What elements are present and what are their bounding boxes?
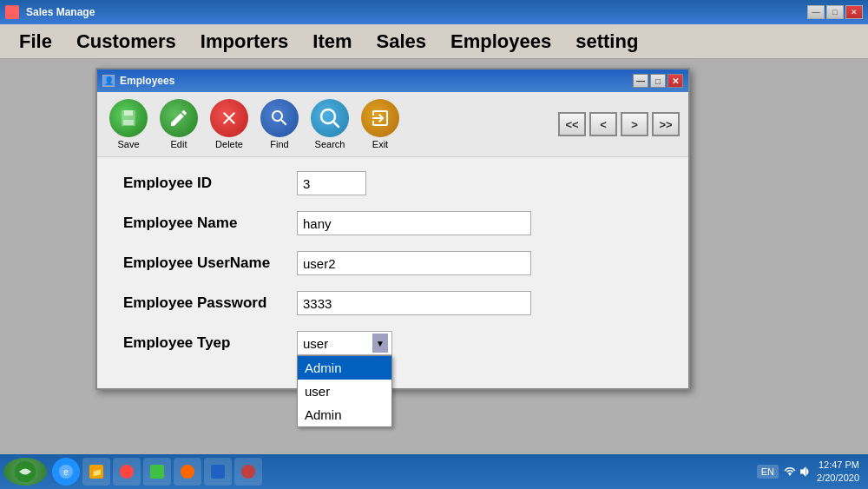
nav-first-btn[interactable]: << bbox=[558, 112, 586, 136]
taskbar-app-1[interactable]: e bbox=[52, 458, 80, 486]
exit-button[interactable]: Exit bbox=[358, 99, 403, 149]
taskbar-right: EN 12:47 PM 2/20/2020 bbox=[757, 459, 865, 486]
employee-password-row: Employee Password bbox=[123, 291, 662, 315]
volume-icon bbox=[799, 466, 812, 478]
main-menu-bar: File Customers Importers Item Sales Empl… bbox=[0, 24, 868, 59]
svg-rect-13 bbox=[211, 465, 225, 479]
taskbar-app-3[interactable] bbox=[113, 458, 141, 486]
taskbar-app-6[interactable] bbox=[204, 458, 232, 486]
menu-importers[interactable]: Importers bbox=[188, 27, 300, 56]
svg-rect-2 bbox=[123, 120, 134, 125]
dropdown-current-text: user bbox=[303, 336, 328, 351]
app-title: Sales Manage bbox=[26, 6, 95, 18]
save-icon bbox=[109, 99, 148, 137]
employee-id-label: Employee ID bbox=[123, 175, 297, 192]
employee-username-row: Employee UserName bbox=[123, 251, 662, 275]
menu-setting[interactable]: setting bbox=[563, 27, 650, 56]
taskbar-apps: e 📁 bbox=[52, 458, 262, 486]
employee-password-label: Employee Password bbox=[123, 294, 297, 312]
os-close-btn[interactable]: ✕ bbox=[845, 5, 863, 19]
employees-window: 👤 Employees — □ ✕ Save bbox=[95, 68, 690, 390]
search-icon bbox=[311, 99, 349, 137]
employee-type-dropdown[interactable]: user ▼ Admin user Admin bbox=[297, 331, 392, 355]
svg-rect-11 bbox=[150, 465, 164, 479]
window-icon: 👤 bbox=[102, 75, 115, 87]
delete-icon bbox=[210, 99, 248, 137]
dropdown-option-user[interactable]: user bbox=[298, 380, 391, 403]
form-area: Employee ID Employee Name Employee UserN… bbox=[97, 157, 688, 388]
menu-employees[interactable]: Employees bbox=[438, 27, 563, 56]
toolbar: Save Edit Delete bbox=[97, 92, 688, 157]
employee-type-row: Employee Tyep user ▼ Admin user Admin bbox=[123, 331, 662, 355]
menu-item[interactable]: Item bbox=[300, 27, 364, 56]
window-controls: — □ ✕ bbox=[633, 74, 683, 88]
employee-username-label: Employee UserName bbox=[123, 254, 297, 272]
employee-name-row: Employee Name bbox=[123, 211, 662, 235]
taskbar-app-2[interactable]: 📁 bbox=[82, 458, 110, 486]
clock-time: 12:47 PM bbox=[817, 459, 859, 472]
network-icon bbox=[784, 466, 796, 478]
dropdown-option-admin-selected[interactable]: Admin bbox=[298, 356, 391, 380]
taskbar-bottom: e 📁 EN 12:47 PM 2/20/2020 bbox=[0, 454, 868, 489]
delete-label: Delete bbox=[215, 139, 243, 149]
menu-sales[interactable]: Sales bbox=[365, 27, 439, 56]
nav-next-btn[interactable]: > bbox=[621, 112, 648, 136]
taskbar-app-4[interactable] bbox=[143, 458, 171, 486]
employee-password-input[interactable] bbox=[297, 291, 531, 315]
svg-point-10 bbox=[120, 465, 134, 479]
os-window-controls: — □ ✕ bbox=[807, 5, 863, 19]
edit-label: Edit bbox=[171, 139, 187, 149]
save-button[interactable]: Save bbox=[106, 99, 151, 149]
search-label: Search bbox=[315, 139, 345, 149]
edit-button[interactable]: Edit bbox=[156, 99, 201, 149]
find-button[interactable]: Find bbox=[257, 99, 302, 149]
svg-text:e: e bbox=[63, 467, 69, 477]
taskbar-app-7[interactable] bbox=[234, 458, 262, 486]
find-label: Find bbox=[270, 139, 288, 149]
os-title-bar: Sales Manage — □ ✕ bbox=[0, 0, 868, 24]
clock-date: 2/20/2020 bbox=[817, 472, 859, 485]
window-maximize-btn[interactable]: □ bbox=[650, 74, 666, 88]
exit-icon bbox=[361, 99, 399, 137]
start-button[interactable] bbox=[3, 458, 47, 486]
employee-name-input[interactable] bbox=[297, 211, 531, 235]
nav-controls: << < > >> bbox=[558, 112, 680, 136]
os-minimize-btn[interactable]: — bbox=[807, 5, 825, 19]
window-title-bar: 👤 Employees — □ ✕ bbox=[97, 69, 688, 92]
nav-last-btn[interactable]: >> bbox=[652, 112, 680, 136]
taskbar-app-5[interactable] bbox=[174, 458, 201, 486]
window-minimize-btn[interactable]: — bbox=[633, 74, 648, 88]
dropdown-list: Admin user Admin bbox=[297, 355, 392, 427]
app-icon bbox=[5, 5, 19, 19]
find-icon bbox=[260, 99, 299, 137]
search-button[interactable]: Search bbox=[307, 99, 352, 149]
employee-username-input[interactable] bbox=[297, 251, 531, 275]
save-label: Save bbox=[117, 139, 139, 149]
window-close-btn[interactable]: ✕ bbox=[667, 74, 683, 88]
dropdown-selected-value[interactable]: user ▼ bbox=[297, 331, 392, 355]
employee-name-label: Employee Name bbox=[123, 215, 297, 232]
employee-type-label: Employee Tyep bbox=[123, 334, 297, 352]
svg-line-4 bbox=[333, 122, 339, 127]
svg-text:📁: 📁 bbox=[92, 467, 102, 478]
svg-rect-1 bbox=[124, 110, 133, 116]
employee-id-input[interactable] bbox=[297, 171, 366, 195]
dropdown-arrow-icon: ▼ bbox=[372, 334, 388, 353]
menu-file[interactable]: File bbox=[7, 27, 64, 56]
svg-point-12 bbox=[181, 465, 194, 479]
dropdown-option-admin[interactable]: Admin bbox=[298, 403, 391, 426]
os-maximize-btn[interactable]: □ bbox=[826, 5, 844, 19]
nav-prev-btn[interactable]: < bbox=[589, 112, 617, 136]
language-indicator: EN bbox=[757, 465, 779, 479]
window-title: Employees bbox=[120, 75, 174, 87]
svg-point-14 bbox=[241, 465, 255, 479]
exit-label: Exit bbox=[372, 139, 388, 149]
desktop: 👤 Employees — □ ✕ Save bbox=[0, 59, 868, 437]
delete-button[interactable]: Delete bbox=[207, 99, 252, 149]
employee-id-row: Employee ID bbox=[123, 171, 662, 195]
edit-icon bbox=[160, 99, 198, 137]
clock: 12:47 PM 2/20/2020 bbox=[817, 459, 859, 486]
menu-customers[interactable]: Customers bbox=[64, 27, 188, 56]
